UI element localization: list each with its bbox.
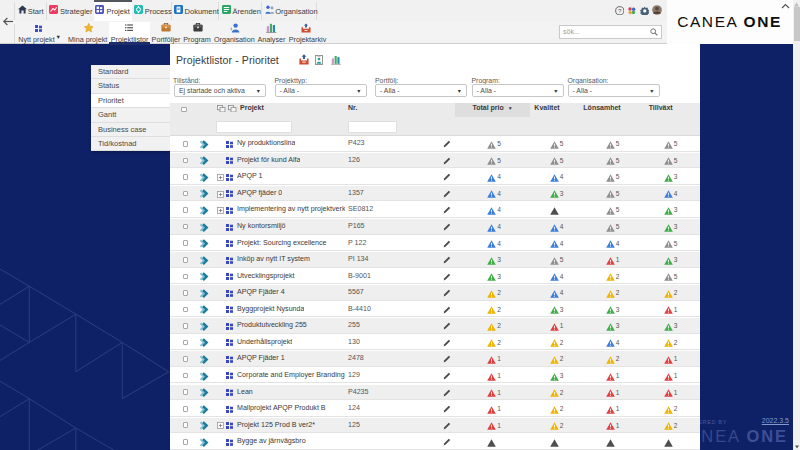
svg-text:?: ? [618,7,622,14]
